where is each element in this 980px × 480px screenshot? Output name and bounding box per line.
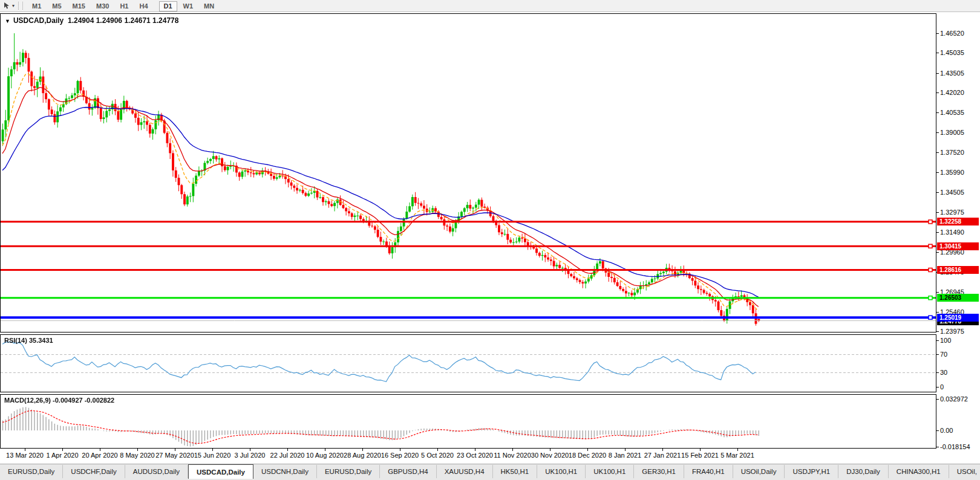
rsi-axis-tick bbox=[936, 387, 939, 388]
date-axis-label: 13 Mar 2020 bbox=[6, 452, 44, 459]
date-axis-label: 11 Nov 2020 bbox=[494, 452, 531, 459]
tab-dj30-daily[interactable]: DJ30,Daily bbox=[838, 465, 889, 478]
price-axis-tick bbox=[936, 292, 939, 293]
macd-axis-tick bbox=[936, 399, 939, 400]
price-axis-tick bbox=[936, 132, 939, 133]
macd-axis-label: 0.00 bbox=[940, 427, 979, 434]
tab-usdcnh-daily[interactable]: USDCNH,Daily bbox=[253, 465, 317, 478]
date-axis-tick bbox=[287, 449, 288, 451]
rsi-label: RSI(14) 35.3431 bbox=[4, 337, 53, 344]
cursor-tool-icon[interactable] bbox=[2, 1, 11, 10]
symbol-dropdown-icon[interactable]: ▼ bbox=[5, 18, 10, 24]
price-axis-tick bbox=[936, 73, 939, 74]
timeframe-mn[interactable]: MN bbox=[199, 1, 219, 11]
date-axis-label: 8 Jan 2021 bbox=[609, 452, 641, 459]
tab-usoil-daily[interactable]: USOil,Daily bbox=[733, 465, 785, 478]
date-axis-tick bbox=[700, 449, 701, 451]
price-axis-tick bbox=[936, 53, 939, 53]
price-axis-tick bbox=[936, 33, 939, 34]
date-axis-label: 8 May 2020 bbox=[120, 452, 154, 459]
tab-audusd-daily[interactable]: AUDUSD,Daily bbox=[125, 465, 188, 478]
price-axis-label: 1.37520 bbox=[940, 149, 979, 156]
price-axis-tick bbox=[936, 312, 939, 313]
rsi-axis-label: 0 bbox=[940, 383, 979, 391]
tab-eurusd-daily[interactable]: EURUSD,Daily bbox=[0, 465, 63, 478]
rsi-axis-label: 70 bbox=[940, 351, 979, 358]
date-axis-label: 20 Apr 2020 bbox=[82, 452, 117, 459]
date-axis-tick bbox=[437, 449, 438, 451]
date-axis-tick bbox=[400, 449, 400, 451]
tab-xauusd-h4[interactable]: XAUUSD,H4 bbox=[437, 465, 493, 478]
date-axis-tick bbox=[137, 449, 138, 451]
price-axis-tick bbox=[936, 152, 939, 153]
tab-hk50-h1[interactable]: HK50,H1 bbox=[493, 465, 538, 478]
date-axis-tick bbox=[737, 449, 738, 451]
date-axis-label: 10 Aug 2020 bbox=[306, 452, 344, 459]
tab-usdchf-daily[interactable]: USDCHF,Daily bbox=[63, 465, 125, 478]
timeframe-w1[interactable]: W1 bbox=[178, 1, 198, 11]
tab-usoil[interactable]: USOil, bbox=[949, 465, 980, 478]
price-axis-label: 1.23975 bbox=[940, 328, 979, 335]
date-axis-tick bbox=[662, 449, 663, 451]
macd-axis-tick bbox=[936, 430, 939, 431]
price-chart-canvas[interactable] bbox=[1, 14, 936, 332]
date-axis-tick bbox=[625, 449, 626, 451]
date-axis-tick bbox=[175, 449, 175, 451]
price-axis-label: 1.43505 bbox=[940, 70, 979, 77]
price-axis-tick bbox=[936, 92, 939, 93]
macd-indicator-panel: MACD(12,26,9) -0.004927 -0.002822 bbox=[0, 394, 936, 449]
tab-eurusd-daily[interactable]: EURUSD,Daily bbox=[317, 465, 380, 478]
timeframe-d1[interactable]: D1 bbox=[159, 1, 177, 11]
date-axis-tick bbox=[250, 449, 250, 451]
chart-title: ▼USDCAD,Daily 1.24904 1.24906 1.24671 1.… bbox=[5, 16, 178, 25]
tab-ger30-h1[interactable]: GER30,H1 bbox=[634, 465, 684, 478]
date-axis-tick bbox=[100, 449, 100, 451]
timeframe-m1[interactable]: M1 bbox=[27, 1, 46, 11]
date-axis-label: 27 Jan 2021 bbox=[644, 452, 681, 459]
date-axis-label: 5 Mar 2021 bbox=[720, 452, 754, 459]
tab-fra40-h1[interactable]: FRA40,H1 bbox=[684, 465, 733, 478]
timeframe-h1[interactable]: H1 bbox=[115, 1, 133, 11]
macd-canvas[interactable] bbox=[1, 395, 936, 448]
macd-axis-label: -0.018154 bbox=[940, 443, 979, 450]
date-axis-tick bbox=[475, 449, 475, 451]
tab-usdcad-daily[interactable]: USDCAD,Daily bbox=[188, 464, 253, 479]
trading-terminal-window: ▾ M1M5M15M30H1H4D1W1MN ▼USDCAD,Daily 1.2… bbox=[0, 0, 980, 480]
date-axis-label: 15 Jun 2020 bbox=[194, 452, 231, 459]
toolbar-grip[interactable] bbox=[18, 2, 23, 10]
date-axis-label: 27 May 2020 bbox=[155, 452, 194, 459]
cursor-tool-caret-icon[interactable]: ▾ bbox=[12, 3, 15, 8]
date-axis-label: 5 Oct 2020 bbox=[421, 452, 454, 459]
date-axis-tick bbox=[362, 449, 363, 451]
price-axis-tick bbox=[936, 331, 939, 332]
price-axis-label: 1.42020 bbox=[940, 89, 979, 96]
chart-ohlc-values: 1.24904 1.24906 1.24671 1.24778 bbox=[68, 16, 179, 25]
timeframe-h4[interactable]: H4 bbox=[134, 1, 152, 11]
timeframe-m5[interactable]: M5 bbox=[47, 1, 66, 11]
price-axis-label: 1.40535 bbox=[940, 109, 979, 116]
date-axis-tick bbox=[587, 449, 588, 451]
price-chart-panel: ▼USDCAD,Daily 1.24904 1.24906 1.24671 1.… bbox=[0, 13, 936, 332]
tab-uk100-h1[interactable]: UK100,H1 bbox=[586, 465, 634, 478]
level-price-badge: 1.25019 bbox=[937, 314, 979, 322]
tab-china300-h1[interactable]: CHINA300,H1 bbox=[889, 465, 949, 478]
rsi-axis-label: 100 bbox=[940, 337, 979, 344]
timeframe-m30[interactable]: M30 bbox=[91, 1, 114, 11]
timeframe-m15[interactable]: M15 bbox=[68, 1, 90, 11]
macd-axis-label: 0.032972 bbox=[940, 395, 979, 403]
timeframe-buttons: M1M5M15M30H1H4D1W1MN bbox=[27, 0, 224, 11]
level-price-badge: 1.28616 bbox=[937, 266, 979, 274]
price-axis-label: 1.35990 bbox=[940, 169, 979, 176]
price-axis-label: 1.31490 bbox=[940, 229, 979, 236]
tab-uk100-h1[interactable]: UK100,H1 bbox=[537, 465, 586, 478]
timeframe-toolbar: ▾ M1M5M15M30H1H4D1W1MN bbox=[0, 0, 980, 12]
price-axis-tick bbox=[936, 232, 939, 233]
tab-gbpusd-h4[interactable]: GBPUSD,H4 bbox=[380, 465, 436, 478]
price-axis-label: 1.34505 bbox=[940, 189, 979, 196]
price-axis-label: 1.45035 bbox=[940, 49, 979, 56]
symbol-tab-bar: EURUSD,DailyUSDCHF,DailyAUDUSD,DailyUSDC… bbox=[0, 464, 980, 480]
price-axis-tick bbox=[936, 192, 939, 193]
date-axis-tick bbox=[512, 449, 513, 451]
rsi-canvas[interactable] bbox=[1, 335, 936, 392]
tab-usdjpy-h1[interactable]: USDJPY,H1 bbox=[785, 465, 838, 478]
